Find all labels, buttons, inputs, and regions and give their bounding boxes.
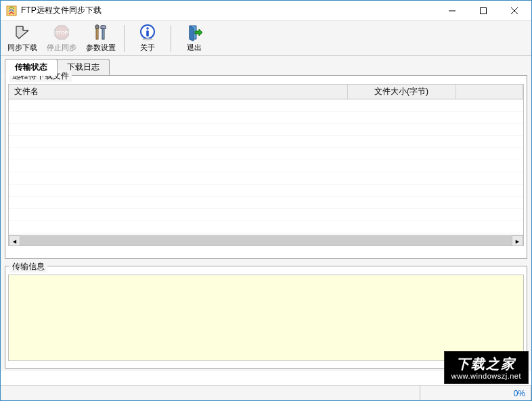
scroll-thumb[interactable] xyxy=(20,235,512,246)
stop-icon: STOP xyxy=(53,24,70,41)
watermark: 下载之家 www.windowszj.net xyxy=(444,351,529,384)
tabs-container: 传输状态 下载日志 xyxy=(1,56,531,75)
minimize-button[interactable] xyxy=(437,1,468,21)
close-button[interactable] xyxy=(499,1,530,21)
titlebar: FTP远程文件同步下载 xyxy=(1,1,531,21)
scroll-track[interactable] xyxy=(20,235,512,246)
statusbar: 0% xyxy=(1,385,531,400)
watermark-sub: www.windowszj.net xyxy=(451,372,521,381)
sync-download-button[interactable]: 同步下载 xyxy=(3,22,41,55)
status-progress: 0% xyxy=(420,386,531,400)
progress-label: 0% xyxy=(514,389,525,398)
col-filename[interactable]: 文件名 xyxy=(9,85,347,99)
toolbar: 同步下载 STOP 停止同步 参数设置 xyxy=(1,21,531,56)
tools-icon xyxy=(92,24,110,41)
horizontal-scrollbar[interactable]: ◄ ► xyxy=(9,235,523,246)
window-title: FTP远程文件同步下载 xyxy=(21,5,437,16)
toolbar-separator-2 xyxy=(171,25,171,52)
window-controls xyxy=(437,1,530,21)
table-body[interactable] xyxy=(9,99,523,235)
sync-download-label: 同步下载 xyxy=(7,43,37,53)
info-icon xyxy=(139,24,156,41)
file-table[interactable]: 文件名 文件大小(字节) ◄ ► xyxy=(8,84,524,246)
settings-label: 参数设置 xyxy=(86,43,116,53)
exit-label: 退出 xyxy=(187,43,202,53)
tab-transfer-status[interactable]: 传输状态 xyxy=(5,59,58,76)
svg-rect-2 xyxy=(481,7,487,14)
remote-pending-group: 远程待下载文件 文件名 文件大小(字节) ◄ ► xyxy=(5,75,527,259)
watermark-main: 下载之家 xyxy=(451,356,521,372)
about-label: 关于 xyxy=(140,43,155,53)
download-arrow-icon xyxy=(14,24,31,41)
svg-rect-0 xyxy=(7,6,16,16)
svg-point-12 xyxy=(142,39,153,41)
col-filesize[interactable]: 文件大小(字节) xyxy=(347,85,456,99)
svg-point-10 xyxy=(146,27,149,30)
maximize-button[interactable] xyxy=(468,1,499,21)
about-button[interactable]: 关于 xyxy=(129,22,167,55)
transfer-info-legend: 传输信息 xyxy=(9,261,47,273)
stop-sync-button: STOP 停止同步 xyxy=(43,22,81,55)
svg-rect-11 xyxy=(146,30,149,37)
settings-button[interactable]: 参数设置 xyxy=(82,22,120,55)
exit-icon xyxy=(185,24,203,41)
scroll-right-button[interactable]: ► xyxy=(512,235,523,246)
stop-sync-label: 停止同步 xyxy=(47,43,76,53)
app-icon xyxy=(6,5,17,16)
scroll-left-button[interactable]: ◄ xyxy=(9,235,20,246)
svg-text:STOP: STOP xyxy=(56,30,68,35)
content-area: 远程待下载文件 文件名 文件大小(字节) ◄ ► xyxy=(1,75,531,371)
status-left xyxy=(1,386,420,400)
toolbar-separator xyxy=(124,25,125,52)
exit-button[interactable]: 退出 xyxy=(175,22,213,55)
col-spacer xyxy=(456,85,523,99)
transfer-info-area[interactable] xyxy=(8,275,524,361)
